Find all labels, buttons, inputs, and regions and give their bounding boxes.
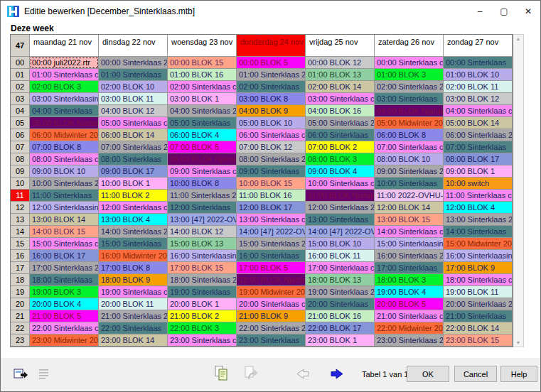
grid-cell[interactable]: 11:00 BLOK 2 [99,190,168,202]
grid-cell[interactable]: 18:00 Sinterklaas [30,274,99,286]
grid-cell[interactable]: 12:00 BLOK 14 [375,202,444,214]
grid-cell[interactable]: 15:00 BLOK 13 [168,238,237,250]
grid-cell[interactable]: 13:00 BLOK 15 [375,214,444,226]
grid-cell[interactable]: 00:00 BLOK 15 [168,57,237,69]
hour-row-header[interactable]: 12 [11,202,30,214]
grid-cell[interactable]: 05:00 BLOK 10 [237,117,306,129]
grid-cell[interactable]: 13:00 BLOK 14 [30,214,99,226]
grid-cell[interactable]: 19:00 BLOK 3 [30,286,99,298]
grid-cell[interactable]: 23:00 Sinterklaas [237,334,306,347]
paste-button[interactable] [243,365,259,383]
grid-cell[interactable]: 06:00 Midwinter 2018 [30,129,99,141]
grid-cell[interactable]: 19:00 BLOK 11 [444,286,513,298]
grid-cell[interactable]: 11:00 Sinterklaas com [444,190,513,202]
grid-cell[interactable]: 02:00 Sinterklaas com [168,81,237,93]
grid-cell[interactable]: 10:00 Sinterklaas com [306,178,375,190]
grid-cell[interactable]: 23:00 BLOK 14 [99,334,168,347]
grid-cell[interactable]: 05:00 BLOK Njahack_j [30,117,99,129]
grid-cell[interactable]: 05:00 Midwinter 2018 [375,117,444,129]
grid-cell[interactable]: 16:00 Sinterklaasinstu [168,250,237,262]
copy-button[interactable] [214,365,229,383]
grid-cell[interactable]: 10:00 switch [444,178,513,190]
grid-cell[interactable]: 07:00 Sinterklaas com [375,141,444,153]
grid-cell[interactable]: 22:00 Sinterklaas 201 [237,322,306,334]
grid-cell[interactable]: 09:00 Sinterklaas 201 [375,165,444,178]
prev-table-button[interactable] [294,368,310,382]
grid-cell[interactable]: 04:00 BLOK 9 [237,105,306,117]
hour-row-header[interactable]: 08 [11,153,30,165]
hour-row-header[interactable]: 01 [11,69,30,81]
grid-cell[interactable]: 09:00 Sinterklaas [237,165,306,178]
grid-cell[interactable]: 02:00 Sinterklaas [237,81,306,93]
grid-cell[interactable]: 09:00 Sinterklaas com [168,165,237,178]
title-bar[interactable]: Editie bewerken [December_Sinterklaas.mt… [1,1,540,22]
grid-cell[interactable]: 14:00 [47] 2022-OVHI [237,226,306,238]
grid-cell[interactable]: 16:00 BLOK 11 [306,250,375,262]
grid-cell[interactable]: 01:00 Sinterklaas 201 [237,69,306,81]
grid-cell[interactable]: 06:00 Sinterklaas com [237,129,306,141]
grid-cell[interactable]: 17:00 Sinterklaas com [306,262,375,274]
grid-cell[interactable]: 21:00 BLOK 2 [168,310,237,322]
grid-cell[interactable]: 08:00 Sinterklaas 201 [237,153,306,165]
grid-cell[interactable]: 14:00 BLOK 15 [30,226,99,238]
grid-cell[interactable]: 06:00 BLOK 4 [168,129,237,141]
grid-cell[interactable]: 16:00 Sinterklaasinstu [444,250,513,262]
grid-cell[interactable]: 15:00 BLOK 10 [306,238,375,250]
grid-cell[interactable]: 18:00 BLOK Njahack_j [237,274,306,286]
hour-row-header[interactable]: 19 [11,286,30,298]
hour-row-header[interactable]: 10 [11,178,30,190]
grid-cell[interactable]: 20:00 Sinterklaas 201 [444,298,513,310]
grid-cell[interactable]: 03:00 BLOK 8 [237,93,306,105]
grid-cell[interactable]: 22:00 BLOK 17 [306,322,375,334]
grid-cell[interactable]: 07:00 BLOK 5 [168,141,237,153]
grid-cell[interactable]: 10:00 BLOK 1 [99,178,168,190]
grid-cell[interactable]: 11:00 BLOK 16 [237,190,306,202]
day-column-header[interactable]: maandag 21 nov [30,35,99,57]
grid-cell[interactable]: 02:00 BLOK 14 [306,81,375,93]
grid-cell[interactable]: 07:00 BLOK 12 [237,141,306,153]
grid-cell[interactable]: 09:00 BLOK 4 [306,165,375,178]
grid-cell[interactable]: 23:00 Sinterklaas 201 [375,334,444,347]
grid-cell[interactable]: 02:00 BLOK 10 [99,81,168,93]
scroll-down-icon[interactable]: ▼ [516,340,521,345]
grid-cell[interactable]: 20:00 BLOK 5 [375,298,444,310]
grid-cell[interactable]: 17:00 Sinterklaas [375,262,444,274]
grid-cell[interactable]: 17:00 BLOK 5 [237,262,306,274]
grid-cell[interactable]: 04:00 Sinterklaas [30,105,99,117]
grid-cell[interactable]: 21:00 BLOK 9 [237,310,306,322]
grid-cell[interactable]: 15:00 Midwinter 2018 [444,238,513,250]
hour-row-header[interactable]: 17 [11,262,30,274]
cancel-button[interactable]: Cancel [454,366,497,382]
grid-cell[interactable]: 04:00 BLOK 16 [306,105,375,117]
grid-cell[interactable]: 22:00 Sinterklaas com [30,322,99,334]
grid-cell[interactable]: 03:00 BLOK 1 [168,93,237,105]
day-column-header[interactable]: zaterdag 26 nov [375,35,444,57]
grid-cell[interactable]: 20:00 BLOK 4 [30,298,99,310]
grid-cell[interactable]: 01:00 Sinterklaas [99,69,168,81]
hour-row-header[interactable]: 16 [11,250,30,262]
hour-row-header[interactable]: 03 [11,93,30,105]
hour-row-header[interactable]: 15 [11,238,30,250]
grid-cell[interactable]: 14:00 Sinterklaas 201 [99,226,168,238]
grid-cell[interactable]: 20:00 Sinterklaas [306,298,375,310]
grid-cell[interactable]: 02:00 Sinterklaas 201 [375,81,444,93]
grid-cell[interactable]: 06:00 Sinterklaas [306,129,375,141]
grid-cell[interactable]: 11:00 Sinterklaas [30,190,99,202]
grid-cell[interactable]: 03:00 Sinterklaas [375,93,444,105]
grid-cell[interactable]: 12:00 BLOK 4 [444,202,513,214]
grid-cell[interactable]: 11:00 Sinterklaas 201 [168,190,237,202]
grid-cell[interactable]: 03:00 BLOK 11 [99,93,168,105]
grid-cell[interactable]: 08:00 BLOK 17 [444,153,513,165]
scroll-up-icon[interactable]: ▲ [516,36,521,41]
grid-cell[interactable]: 02:00 BLOK 11 [444,81,513,93]
grid-cell[interactable]: 15:00 Sinterklaas com [30,238,99,250]
grid-cell[interactable]: 15:00 Sinterklaasinstu [375,238,444,250]
grid-cell[interactable]: 09:00 BLOK 10 [30,165,99,178]
hour-row-header[interactable]: 09 [11,165,30,178]
grid-cell[interactable]: 16:00 Sinterklaas [237,250,306,262]
grid-cell[interactable]: 00:00 Sinterklaas 201 [99,57,168,69]
grid-cell[interactable]: 08:00 Sinterklaas [99,153,168,165]
grid-cell[interactable]: 03:00 Sinterklaas com [306,93,375,105]
export-button[interactable] [14,367,28,383]
grid-cell[interactable]: 18:00 BLOK 13 [306,274,375,286]
